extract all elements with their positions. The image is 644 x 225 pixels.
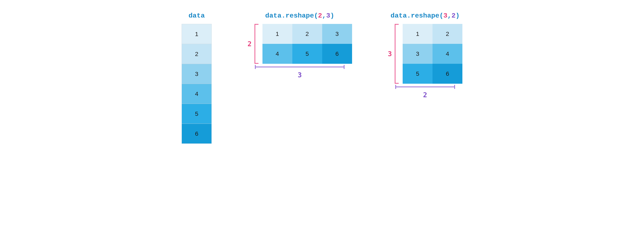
reshape-3x2-grid: 1 2 3 4 5 6 <box>403 24 462 84</box>
rows-bracket-line <box>254 24 258 64</box>
cell: 1 <box>182 24 212 44</box>
code-token: , <box>448 12 452 20</box>
cols-count: 3 <box>298 71 302 79</box>
cell: 5 <box>403 64 432 84</box>
cell: 2 <box>182 44 212 64</box>
data-column-grid: 1 2 3 4 5 6 <box>182 24 212 144</box>
rows-bracket-line <box>395 24 398 84</box>
cell: 1 <box>262 24 292 44</box>
reshape-2x3-title: data.reshape(2,3) <box>265 12 334 20</box>
cell: 2 <box>432 24 462 44</box>
arg-rows: 2 <box>318 12 322 20</box>
cell: 6 <box>322 44 352 64</box>
cell: 6 <box>432 64 462 84</box>
cols-bracket-line <box>255 67 344 70</box>
arg-cols: 2 <box>452 12 456 20</box>
cell: 5 <box>292 44 322 64</box>
cell: 4 <box>182 84 212 104</box>
panel-data: data 1 2 3 4 5 6 <box>182 12 212 144</box>
panel-reshape-3x2: data.reshape(3,2) 3 1 2 3 4 5 6 2 <box>388 12 462 99</box>
cols-bracket: 3 <box>255 67 344 79</box>
cols-bracket: 2 <box>395 87 455 99</box>
cell: 5 <box>182 104 212 124</box>
code-token: data <box>188 12 205 20</box>
reshape-2x3-grid: 1 2 3 4 5 6 <box>262 24 352 64</box>
rows-bracket: 2 <box>248 24 258 64</box>
cell: 1 <box>403 24 432 44</box>
cell: 2 <box>292 24 322 44</box>
reshape-3x2-title: data.reshape(3,2) <box>390 12 460 20</box>
code-token: , <box>322 12 326 20</box>
cell: 4 <box>262 44 292 64</box>
cell: 3 <box>403 44 432 64</box>
cell: 4 <box>432 44 462 64</box>
arg-rows: 3 <box>444 12 448 20</box>
code-token: data.reshape( <box>390 12 443 20</box>
rows-count: 3 <box>388 50 392 58</box>
cols-bracket-line <box>395 87 455 90</box>
cols-count: 2 <box>423 91 427 99</box>
code-token: data.reshape( <box>265 12 318 20</box>
code-token: ) <box>456 12 460 20</box>
cell: 3 <box>322 24 352 44</box>
arg-cols: 3 <box>326 12 330 20</box>
code-token: ) <box>330 12 334 20</box>
cell: 6 <box>182 124 212 144</box>
panel-reshape-2x3: data.reshape(2,3) 2 1 2 3 4 5 6 3 <box>248 12 352 79</box>
panel-data-title: data <box>188 12 205 20</box>
rows-count: 2 <box>248 40 252 48</box>
cell: 3 <box>182 64 212 84</box>
rows-bracket: 3 <box>388 24 398 84</box>
reshape-3x2-wrap: 3 1 2 3 4 5 6 2 <box>388 24 462 99</box>
reshape-2x3-wrap: 2 1 2 3 4 5 6 3 <box>248 24 352 79</box>
